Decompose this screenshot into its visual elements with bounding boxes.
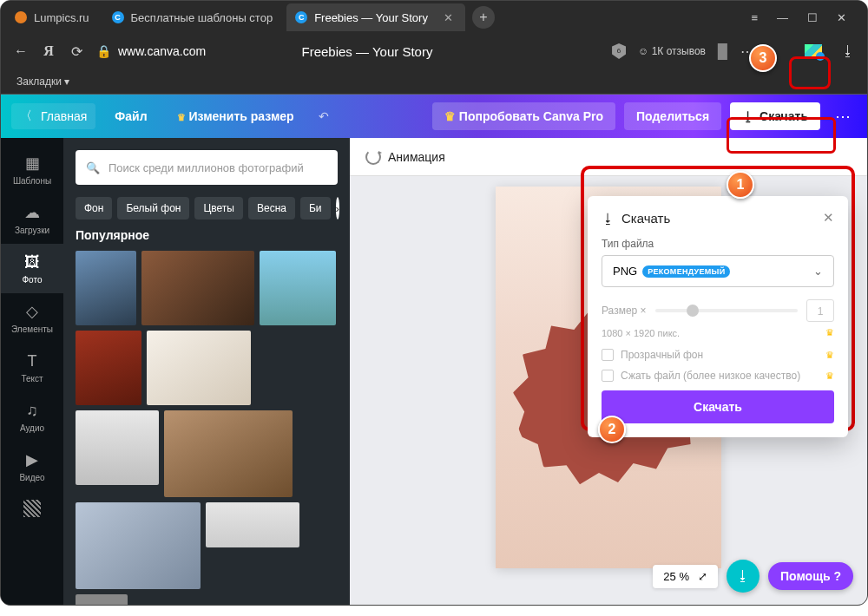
recommended-badge: РЕКОМЕНДУЕМЫЙ: [642, 265, 730, 278]
more-hatch-icon: [23, 500, 41, 517]
shield-icon[interactable]: 6: [612, 43, 626, 59]
rail-photos[interactable]: 🖼Фото: [1, 244, 63, 293]
favicon-icon: [15, 11, 27, 23]
photos-panel: 🔍 Поиск среди миллионов фотографий Фон Б…: [63, 138, 350, 605]
file-menu[interactable]: Файл: [104, 104, 157, 128]
try-pro-button[interactable]: ♛ Попробовать Canva Pro: [432, 102, 615, 130]
dimensions-text: 1080 × 1920 пикс.: [602, 328, 680, 338]
yandex-icon[interactable]: Я: [41, 43, 56, 59]
help-button[interactable]: Помощь ?: [768, 562, 853, 590]
tab-templates[interactable]: C Бесплатные шаблоны стор: [103, 3, 286, 31]
minimize-icon[interactable]: —: [777, 11, 788, 24]
tab-label: Lumpics.ru: [34, 11, 89, 24]
resize-button[interactable]: ♛Изменить размер: [167, 104, 305, 128]
size-label: Размер ×: [602, 305, 647, 317]
transparent-bg-checkbox[interactable]: Прозрачный фон ♛: [602, 349, 834, 361]
tab-label: Бесплатные шаблоны стор: [131, 11, 273, 24]
audio-icon: ♫: [23, 401, 42, 420]
photo-thumb[interactable]: [147, 331, 251, 405]
section-popular: Популярное: [76, 228, 338, 242]
bottom-controls: 25 % ⤢ ⭳ Помощь ?: [653, 560, 853, 593]
tab-label: Freebies — Your Story: [314, 11, 428, 24]
file-type-label: Тип файла: [602, 238, 834, 250]
crown-icon: ♛: [825, 350, 834, 361]
photo-thumb[interactable]: [76, 331, 141, 405]
bookmarks-bar[interactable]: Закладки ▾: [1, 69, 867, 95]
compress-checkbox[interactable]: Сжать файл (более низкое качество) ♛: [602, 370, 834, 382]
rail-video[interactable]: ▶Видео: [1, 442, 63, 491]
browser-tabs: Lumpics.ru C Бесплатные шаблоны стор C F…: [1, 1, 867, 34]
video-icon: ▶: [23, 450, 42, 469]
menu-icon[interactable]: ≡: [751, 11, 758, 24]
photo-grid: [76, 251, 338, 605]
tab-close-icon[interactable]: ✕: [444, 11, 453, 24]
rail-text[interactable]: TТекст: [1, 343, 63, 392]
checkbox-icon: [602, 370, 614, 382]
download-popover: ⭳ Скачать ✕ Тип файла PNG РЕКОМЕНДУЕМЫЙ …: [588, 196, 848, 437]
photo-thumb[interactable]: [76, 251, 136, 325]
file-type-select[interactable]: PNG РЕКОМЕНДУЕМЫЙ ⌄: [602, 255, 834, 287]
photo-thumb[interactable]: [76, 594, 128, 605]
annotation-badge-3: 3: [749, 44, 777, 72]
address-bar: ← Я ⟳ 🔒 www.canva.com Freebies — Your St…: [1, 34, 867, 69]
undo-icon[interactable]: ↶: [319, 109, 329, 123]
photo-icon: 🖼: [23, 252, 42, 272]
window-controls: ≡ — ☐ ✕: [735, 11, 862, 24]
photo-thumb[interactable]: [260, 251, 336, 325]
rail-audio[interactable]: ♫Аудио: [1, 392, 63, 442]
photo-thumb[interactable]: [76, 502, 201, 589]
chip[interactable]: Би: [300, 197, 331, 220]
reload-icon[interactable]: ⟳: [69, 43, 84, 60]
rail-more[interactable]: [1, 491, 63, 526]
url-display[interactable]: 🔒 www.canva.com: [96, 44, 206, 58]
popover-download-button[interactable]: Скачать: [602, 390, 834, 423]
chip[interactable]: Цветы: [194, 197, 243, 220]
annotation-highlight: [789, 56, 831, 89]
popover-title: Скачать: [621, 211, 670, 226]
zoom-control[interactable]: 25 % ⤢: [653, 565, 718, 588]
photo-thumb[interactable]: [164, 410, 293, 497]
share-button[interactable]: Поделиться: [624, 102, 721, 130]
animation-button[interactable]: Анимация: [388, 150, 445, 164]
favicon-icon: C: [295, 11, 307, 23]
quick-download-button[interactable]: ⭳: [727, 560, 760, 593]
crown-icon: ♛: [825, 370, 834, 382]
crown-icon: ♛: [444, 109, 459, 123]
favicon-icon: C: [112, 11, 124, 23]
bookmark-icon[interactable]: ▉: [718, 43, 728, 60]
popover-close-button[interactable]: ✕: [823, 210, 834, 226]
cloud-upload-icon: ☁: [23, 203, 42, 222]
tab-freebies[interactable]: C Freebies — Your Story ✕: [286, 3, 465, 31]
home-button[interactable]: 〈 Главная: [11, 103, 95, 129]
chip[interactable]: Фон: [76, 197, 112, 220]
download-icon: ⭳: [602, 211, 615, 226]
tab-lumpics[interactable]: Lumpics.ru: [6, 3, 102, 31]
expand-icon: ⤢: [698, 570, 707, 583]
rail-templates[interactable]: ▦Шаблоны: [1, 145, 63, 194]
annotation-highlight: [727, 117, 836, 154]
chip[interactable]: Белый фон: [117, 197, 189, 220]
photo-thumb[interactable]: [206, 502, 299, 547]
file-type-value: PNG: [613, 265, 637, 278]
zoom-value: 25 %: [663, 570, 689, 583]
close-icon[interactable]: ✕: [837, 11, 846, 24]
photo-thumb[interactable]: [141, 251, 254, 325]
size-slider[interactable]: [655, 309, 798, 312]
search-placeholder: Поиск среди миллионов фотографий: [108, 161, 304, 174]
back-icon[interactable]: ←: [13, 43, 29, 59]
size-slider-row: Размер × 1: [602, 299, 834, 322]
search-input[interactable]: 🔍 Поиск среди миллионов фотографий: [76, 150, 338, 185]
size-value[interactable]: 1: [806, 299, 834, 322]
maximize-icon[interactable]: ☐: [807, 11, 818, 24]
rail-elements[interactable]: ◇Элементы: [1, 293, 63, 343]
chips-scroll-right[interactable]: ›: [336, 197, 339, 220]
photo-thumb[interactable]: [76, 410, 159, 485]
rail-uploads[interactable]: ☁Загрузки: [1, 194, 63, 244]
reviews-badge[interactable]: 1К отзывов: [638, 45, 706, 57]
new-tab-button[interactable]: +: [472, 6, 495, 29]
chevron-left-icon: 〈: [20, 108, 32, 124]
chip[interactable]: Весна: [248, 197, 295, 220]
downloads-icon[interactable]: ⭳: [841, 43, 855, 59]
lock-icon: 🔒: [96, 44, 111, 58]
crown-icon: ♛: [825, 327, 834, 338]
